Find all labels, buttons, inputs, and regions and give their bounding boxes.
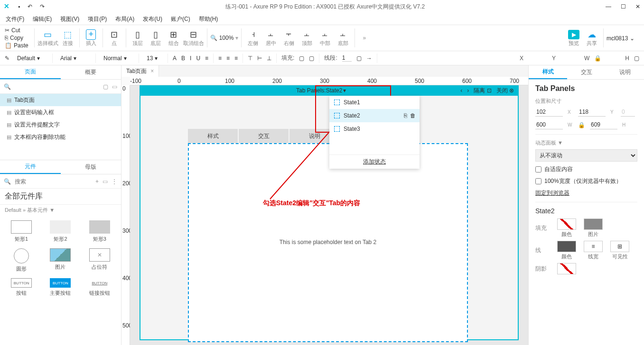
close-panel-button[interactable]: 关闭 ⊗ <box>496 87 514 95</box>
select-mode-button[interactable]: ▭选择模式 <box>37 27 58 49</box>
lib-subtitle[interactable]: Default » 基本元件 ▼ <box>0 205 121 216</box>
style-picker-icon[interactable]: ✎ <box>5 55 9 62</box>
lib-search-input[interactable] <box>15 178 92 185</box>
border-width-swatch[interactable]: ≡ <box>584 241 603 252</box>
state-option-1[interactable]: State1 <box>329 96 420 109</box>
ungroup-button[interactable]: ⊟取消组合 <box>183 27 204 49</box>
size-select[interactable]: 13 ▾ <box>144 55 163 62</box>
delete-icon[interactable]: 🗑 <box>410 112 416 119</box>
lock-aspect-icon[interactable]: 🔒 <box>578 122 585 128</box>
menu-file[interactable]: 文件(F) <box>6 15 24 23</box>
state-option-2[interactable]: State2⎘🗑 <box>329 109 420 122</box>
prev-state-icon[interactable]: ‹ <box>460 87 462 94</box>
hide-icon[interactable]: ▢ <box>634 55 639 62</box>
share-button[interactable]: ☁共享 <box>583 27 600 49</box>
text-color-icon[interactable]: A <box>173 55 177 62</box>
search-icon[interactable]: 🔍 <box>4 83 11 90</box>
pin-link[interactable]: 固定到浏览器 <box>535 189 637 197</box>
y-input[interactable] <box>578 108 606 117</box>
top-button[interactable]: ▯顶层 <box>129 27 146 49</box>
underline-icon[interactable]: U <box>196 55 200 62</box>
folder-icon[interactable]: ▭ <box>112 83 117 90</box>
cut-button[interactable]: ✂Cut <box>5 27 28 34</box>
doc-tab[interactable]: Tab页面× <box>121 65 159 77</box>
line-width-input[interactable]: 1 <box>342 54 352 62</box>
style-select[interactable]: Default ▾ <box>14 55 47 62</box>
save-icon[interactable]: ▪ <box>18 3 20 10</box>
close-icon[interactable]: ✕ <box>635 3 640 10</box>
x-input[interactable] <box>535 108 563 117</box>
fullwidth-checkbox[interactable]: 100%宽度（仅浏览器中有效） <box>535 177 637 185</box>
valign-mid-icon[interactable]: ⊢ <box>257 55 262 62</box>
lib-more-icon[interactable]: ⋮ <box>112 178 117 185</box>
paste-button[interactable]: 📋Paste <box>5 42 28 49</box>
widget-button[interactable]: BUTTON按钮 <box>3 276 40 299</box>
align-left-button[interactable]: ⫞左侧 <box>244 27 261 49</box>
more-icon[interactable]: » <box>358 35 371 41</box>
widget-image[interactable]: 图片 <box>42 246 79 274</box>
inspector-tab-style[interactable]: 样式 <box>529 65 567 79</box>
lib-title[interactable]: 全部元件库 <box>0 189 121 205</box>
fill-swatch[interactable]: ▢ <box>299 55 304 62</box>
isolate-button[interactable]: 隔离 ⊡ <box>474 87 491 95</box>
align-left-text-icon[interactable]: ≡ <box>218 55 222 62</box>
widget-rect3[interactable]: 矩形3 <box>81 218 118 245</box>
weight-select[interactable]: Normal ▾ <box>101 55 134 62</box>
tab-pages[interactable]: 页面 <box>0 65 61 79</box>
preview-button[interactable]: ▶预览 <box>565 27 582 49</box>
align-top-button[interactable]: ⫠顶部 <box>299 27 316 49</box>
align-right-button[interactable]: ⫟右侧 <box>280 27 298 49</box>
widget-primary-button[interactable]: BUTTON主要按钮 <box>42 276 79 299</box>
menu-account[interactable]: 账户(C) <box>171 15 190 23</box>
r-input[interactable] <box>621 108 635 117</box>
tab-widgets[interactable]: 元件 <box>0 160 61 174</box>
menu-edit[interactable]: 编辑(E) <box>33 15 52 23</box>
add-state-button[interactable]: 添加状态 <box>329 154 420 169</box>
bold-icon[interactable]: B <box>181 55 185 62</box>
menu-publish[interactable]: 发布(U) <box>143 15 162 23</box>
align-center-button[interactable]: ⫠居中 <box>262 27 280 49</box>
valign-top-icon[interactable]: ⊤ <box>248 55 252 62</box>
menu-project[interactable]: 项目(P) <box>88 15 107 23</box>
tab-outline[interactable]: 概要 <box>61 65 121 79</box>
align-bottom-button[interactable]: ⫠底部 <box>335 27 352 49</box>
arrow-icon[interactable]: → <box>366 55 372 62</box>
line-style-icon[interactable]: ▢ <box>356 55 362 62</box>
state-dropdown-trigger[interactable]: State2 ▾ <box>326 87 346 94</box>
menu-layout[interactable]: 布局(A) <box>115 15 134 23</box>
state-option-3[interactable]: State3 <box>329 122 420 136</box>
lib-settings-icon[interactable]: ▭ <box>103 178 108 185</box>
add-page-icon[interactable]: ▢ <box>103 83 108 90</box>
dp-section-label[interactable]: 动态面板 ▼ <box>535 139 637 146</box>
align-middle-button[interactable]: ⫠中部 <box>317 27 334 49</box>
fill-color-swatch[interactable] <box>557 218 576 230</box>
align-right-text-icon[interactable]: ≡ <box>234 55 238 62</box>
border-icon[interactable]: ▢ <box>309 55 314 62</box>
add-lib-icon[interactable]: + <box>95 178 99 185</box>
border-color-swatch[interactable] <box>557 241 576 252</box>
user-menu[interactable]: mcl0813 ⌄ <box>607 35 639 42</box>
align-center-text-icon[interactable]: ≡ <box>226 55 230 62</box>
tab-content-area[interactable]: This is some placeholder text on Tab 2 <box>188 143 468 342</box>
canvas[interactable]: Tab Panels: State2 ▾ ‹ › 隔离 ⊡ 关闭 ⊗ 样式 交互… <box>130 85 528 345</box>
minimize-icon[interactable]: — <box>606 3 611 10</box>
copy-button[interactable]: ⎘Copy <box>5 35 28 41</box>
tab-masters[interactable]: 母版 <box>61 160 121 174</box>
page-item-clear[interactable]: ▤文本框内容删除功能 <box>0 131 121 143</box>
maximize-icon[interactable]: ☐ <box>621 3 626 10</box>
scroll-select[interactable]: 从不滚动 <box>535 149 637 162</box>
duplicate-icon[interactable]: ⎘ <box>404 112 407 119</box>
list-icon[interactable]: ≡ <box>205 55 208 62</box>
fit-checkbox[interactable]: 自适应内容 <box>535 165 637 173</box>
insert-button[interactable]: +插入 <box>83 27 100 49</box>
bottom-button[interactable]: ▯底层 <box>147 27 164 49</box>
border-vis-swatch[interactable]: ⊞ <box>610 241 629 252</box>
widget-rect2[interactable]: 矩形2 <box>42 218 79 245</box>
menu-view[interactable]: 视图(V) <box>60 15 79 23</box>
widget-link-button[interactable]: BUTTON链接按钮 <box>81 276 118 299</box>
content-tab-interact[interactable]: 交互 <box>239 129 289 143</box>
menu-help[interactable]: 帮助(H) <box>199 15 218 23</box>
close-tab-icon[interactable]: × <box>150 68 154 74</box>
font-select[interactable]: Arial ▾ <box>57 55 91 62</box>
valign-bot-icon[interactable]: ⊥ <box>267 55 271 62</box>
